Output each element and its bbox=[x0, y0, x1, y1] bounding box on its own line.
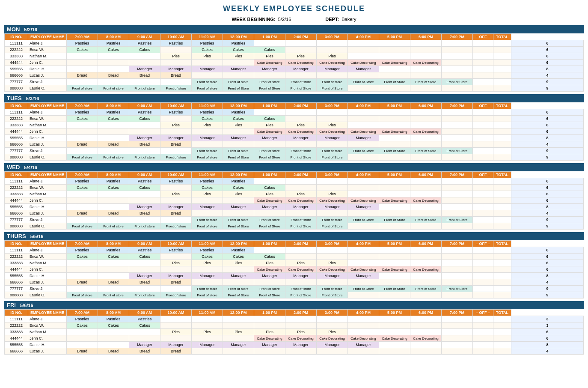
slot-12 bbox=[442, 141, 473, 148]
slot-4: Pies bbox=[192, 260, 223, 266]
total-hours: 8 bbox=[511, 204, 584, 210]
col-header-14: 7:00 PM bbox=[442, 172, 473, 178]
slot-12 bbox=[442, 292, 473, 298]
slot-9: Front of Store bbox=[348, 217, 379, 223]
slot-3 bbox=[160, 254, 192, 260]
slot-0 bbox=[67, 335, 98, 342]
col-header-0: ID NO. bbox=[5, 241, 28, 247]
slot-2: Bread bbox=[129, 141, 160, 148]
slot-10 bbox=[379, 53, 410, 60]
slot-2 bbox=[129, 128, 160, 135]
slot-12 bbox=[442, 128, 473, 135]
col-header-5: 10:00 AM bbox=[160, 310, 192, 316]
total-hours: 4 bbox=[511, 72, 584, 79]
slot-7 bbox=[285, 109, 317, 116]
slot-10 bbox=[379, 204, 410, 210]
day-name: MON bbox=[7, 26, 20, 33]
slot-2: Cakes bbox=[129, 116, 160, 122]
slot-9 bbox=[348, 47, 379, 53]
slot-14 bbox=[493, 217, 511, 223]
slot-8: Front of store bbox=[317, 217, 348, 223]
slot-7: Pies bbox=[285, 260, 317, 266]
slot-11 bbox=[410, 47, 442, 53]
slot-2: Pastries bbox=[129, 109, 160, 116]
slot-2 bbox=[129, 217, 160, 223]
employee-name: Daniel H. bbox=[28, 135, 67, 141]
employee-name: Erica W. bbox=[28, 47, 67, 53]
slot-11 bbox=[410, 223, 442, 230]
col-header-14: 7:00 PM bbox=[442, 241, 473, 247]
slot-5 bbox=[223, 316, 254, 322]
col-header-9: 2:00 PM bbox=[285, 103, 317, 109]
slot-10 bbox=[379, 154, 410, 161]
table-row: 333333Nathan M.PiesPiesPiesPiesPiesPies6 bbox=[5, 122, 584, 128]
employee-id: 444444 bbox=[5, 266, 28, 273]
slot-11 bbox=[410, 342, 442, 348]
slot-5 bbox=[223, 72, 254, 79]
slot-5: Cakes bbox=[223, 254, 254, 260]
slot-9 bbox=[348, 279, 379, 286]
slot-6 bbox=[254, 72, 285, 79]
slot-14 bbox=[493, 60, 511, 66]
slot-14 bbox=[493, 266, 511, 273]
table-row: 666666Lucas J.BreadBreadBreadBread4 bbox=[5, 141, 584, 148]
employee-name: Laurie O. bbox=[28, 85, 67, 92]
slot-10 bbox=[379, 260, 410, 266]
total-hours: 9 bbox=[511, 217, 584, 223]
slot-7: Manager bbox=[285, 135, 317, 141]
slot-1: Front of store bbox=[98, 292, 129, 298]
slot-11 bbox=[410, 154, 442, 161]
slot-3 bbox=[160, 197, 192, 204]
table-row: 333333Nathan M.PiesPiesPiesPiesPiesPies6 bbox=[5, 329, 584, 335]
slot-10 bbox=[379, 329, 410, 335]
col-header-3: 8:00 AM bbox=[98, 172, 129, 178]
slot-9 bbox=[348, 40, 379, 47]
slot-0 bbox=[67, 128, 98, 135]
col-header-7: 12:00 PM bbox=[223, 103, 254, 109]
employee-name: Erica W. bbox=[28, 185, 67, 191]
slot-4: Pastries bbox=[192, 178, 223, 185]
employee-id: 666666 bbox=[5, 210, 28, 217]
table-row: 333333Nathan M.PiesPiesPiesPiesPiesPies6 bbox=[5, 191, 584, 197]
slot-11 bbox=[410, 135, 442, 141]
slot-3: Pies bbox=[160, 191, 192, 197]
employee-name: Daniel H. bbox=[28, 273, 67, 279]
page: WEEKLY EMPLOYEE SCHEDULE WEEK BEGINNING:… bbox=[0, 0, 588, 361]
col-header-16: TOTAL bbox=[493, 34, 511, 40]
slot-5: Manager bbox=[223, 342, 254, 348]
day-section-mon: MON5/2/16ID NO.EMPLOYEE NAME7:00 AM8:00 … bbox=[4, 25, 584, 92]
slot-11 bbox=[410, 322, 442, 329]
slot-7: Cake Decorating bbox=[285, 128, 317, 135]
slot-7 bbox=[285, 141, 317, 148]
col-header-16: TOTAL bbox=[493, 310, 511, 316]
table-row: 555555Daniel H.ManagerManagerManagerMana… bbox=[5, 204, 584, 210]
employee-name: Jenn C. bbox=[28, 335, 67, 342]
slot-3: Bread bbox=[160, 348, 192, 355]
slot-9 bbox=[348, 254, 379, 260]
slot-1: Bread bbox=[98, 141, 129, 148]
slot-3 bbox=[160, 47, 192, 53]
slot-10 bbox=[379, 72, 410, 79]
slot-6: Front of store bbox=[254, 79, 285, 85]
total-hours: 9 bbox=[511, 223, 584, 230]
slot-13 bbox=[473, 204, 493, 210]
slot-1 bbox=[98, 79, 129, 85]
slot-10 bbox=[379, 135, 410, 141]
slot-12: Front of Store bbox=[442, 148, 473, 154]
slot-12 bbox=[442, 316, 473, 322]
slot-4: Manager bbox=[192, 273, 223, 279]
employee-name: Laurie O. bbox=[28, 223, 67, 230]
employee-name: Erica W. bbox=[28, 322, 67, 329]
table-row: 444444Jenn C.Cake DecoratingCake Decorat… bbox=[5, 197, 584, 204]
employee-name: Alane J. bbox=[28, 109, 67, 116]
employee-name: Steve J. bbox=[28, 79, 67, 85]
employee-name: Lucas J. bbox=[28, 279, 67, 286]
page-title: WEEKLY EMPLOYEE SCHEDULE bbox=[4, 4, 584, 13]
slot-4: Front of store bbox=[192, 286, 223, 292]
col-header-2: 7:00 AM bbox=[67, 34, 98, 40]
employee-id: 555555 bbox=[5, 204, 28, 210]
slot-3: Manager bbox=[160, 342, 192, 348]
slot-10: Cake Decorating bbox=[379, 128, 410, 135]
slot-6 bbox=[254, 210, 285, 217]
total-hours: 4 bbox=[511, 210, 584, 217]
